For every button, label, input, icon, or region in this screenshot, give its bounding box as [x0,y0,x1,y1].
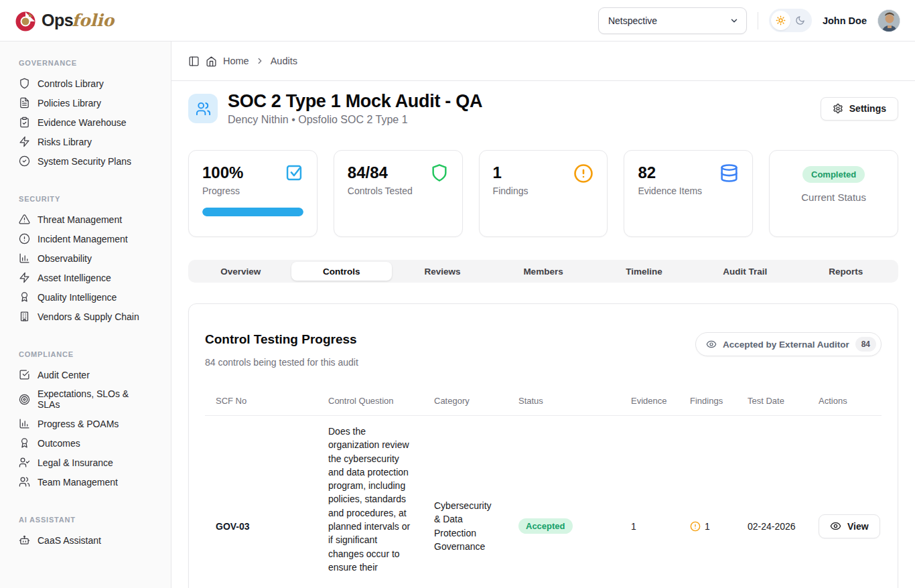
sidebar-item-incident-management[interactable]: Incident Management [11,230,160,248]
sidebar-item-label: Controls Library [38,78,104,89]
sidebar-item-label: Incident Management [38,234,128,244]
opsfolio-logo[interactable]: Opsfolio [15,10,114,31]
stat-card-findings: 1 Findings [479,150,608,237]
tab-reviews[interactable]: Reviews [392,262,493,281]
workspace-select[interactable]: Netspective [598,7,747,34]
sidebar-item-label: CaaS Assistant [38,535,101,546]
database-icon [719,163,739,183]
filter-label: Accepted by External Auditor [723,340,849,350]
sidebar-item-quality-intelligence[interactable]: Quality Intelligence [11,288,160,306]
sidebar-item-label: Vendors & Supply Chain [38,311,139,322]
check-square-icon [19,369,30,380]
sidebar-item-label: Progress & POAMs [38,419,119,429]
sidebar-item-label: Observability [38,253,92,264]
light-mode-button[interactable] [771,11,790,30]
sidebar-item-threat-management[interactable]: Threat Management [11,210,160,228]
sidebar-item-vendors-supply-chain[interactable]: Vendors & Supply Chain [11,307,160,325]
controls-table: SCF No Control Question Category Status … [205,386,882,588]
sidebar-item-policies-library[interactable]: Policies Library [11,94,160,112]
view-button[interactable]: View [819,514,880,538]
table-row: GOV-03 Does the organization review the … [205,416,882,588]
workspace-select-wrap: Netspective [598,7,747,34]
controls-tested-value: 84/84 [348,163,413,182]
evidence-value: 82 [638,163,702,182]
sidebar-item-label: Quality Intelligence [38,292,117,303]
breadcrumb-current[interactable]: Audits [271,56,297,66]
settings-button[interactable]: Settings [821,97,898,121]
users-icon [196,101,211,117]
sidebar-item-observability[interactable]: Observability [11,249,160,267]
cell-scf-no: GOV-03 [205,416,318,588]
users-icon [19,476,30,488]
cell-status: Accepted [508,416,620,588]
tab-timeline[interactable]: Timeline [593,262,695,281]
sidebar-item-label: Legal & Insurance [38,457,113,468]
brand-ops: Ops [42,11,73,29]
dark-mode-button[interactable] [790,11,810,30]
bar-chart-icon [19,418,30,429]
audit-tabs: Overview Controls Reviews Members Timeli… [188,260,898,283]
section-title-ai-assistant: AI ASSISTANT [11,516,160,524]
gear-icon [833,103,843,114]
sidebar-item-risks-library[interactable]: Risks Library [11,133,160,151]
user-name: John Doe [823,15,867,26]
circle-check-icon [19,155,30,167]
eye-icon [706,339,717,350]
sidebar-item-label: Evidence Warehouse [38,117,127,128]
tab-audit-trail[interactable]: Audit Trail [695,262,796,281]
tab-controls[interactable]: Controls [291,262,393,281]
sidebar-item-label: Outcomes [38,438,80,449]
control-testing-section: Control Testing Progress 84 controls bei… [188,303,898,588]
panel-left-icon[interactable] [188,56,200,67]
col-status: Status [508,386,620,416]
sidebar-item-label: Threat Management [38,214,122,225]
stat-card-controls-tested: 84/84 Controls Tested [334,150,463,237]
sidebar-section-security: SECURITY Threat Management Incident Mana… [11,195,160,325]
accepted-filter-pill[interactable]: Accepted by External Auditor 84 [695,332,882,356]
top-bar: Opsfolio Netspective [0,0,915,42]
table-header-row: SCF No Control Question Category Status … [205,386,882,416]
sidebar-item-caas-assistant[interactable]: CaaS Assistant [11,531,160,549]
sidebar-item-audit-center[interactable]: Audit Center [11,366,160,384]
accepted-badge: Accepted [518,518,573,534]
filter-count-badge: 84 [855,337,876,352]
breadcrumb: Home Audits [171,42,915,81]
view-button-label: View [847,521,869,532]
sun-icon [776,15,786,25]
progress-label: Progress [202,186,243,196]
home-icon[interactable] [206,56,217,67]
alert-circle-icon [573,163,593,183]
opsfolio-logo-icon [15,10,36,31]
sidebar-section-ai-assistant: AI ASSISTANT CaaS Assistant [11,516,160,549]
section-title-security: SECURITY [11,195,160,203]
sidebar-item-label: Audit Center [38,370,90,380]
tab-overview[interactable]: Overview [190,262,291,281]
bar-chart-icon [19,252,30,264]
theme-toggle[interactable] [769,9,812,32]
sidebar-item-progress-poams[interactable]: Progress & POAMs [11,415,160,433]
sidebar-item-controls-library[interactable]: Controls Library [11,74,160,92]
sidebar-item-label: Expectations, SLOs & SLAs [38,388,152,410]
brand-folio: folio [72,11,114,30]
sidebar-item-label: Risks Library [38,137,92,147]
cell-category: Cybersecurity & Data Protection Governan… [423,416,508,588]
sidebar-item-outcomes[interactable]: Outcomes [11,434,160,452]
tab-reports[interactable]: Reports [795,262,896,281]
col-evidence: Evidence [620,386,679,416]
user-avatar[interactable] [877,9,900,32]
cell-test-date: 02-24-2026 [737,416,808,588]
sidebar-item-expectations-slos-slas[interactable]: Expectations, SLOs & SLAs [11,385,160,413]
breadcrumb-home[interactable]: Home [223,56,249,66]
tab-members[interactable]: Members [493,262,594,281]
controls-tested-label: Controls Tested [348,186,413,196]
page-content: SOC 2 Type 1 Mock Audit - QA Dency Nithi… [171,81,915,588]
sidebar-item-system-security-plans[interactable]: System Security Plans [11,152,160,170]
sidebar-item-legal-insurance[interactable]: Legal & Insurance [11,453,160,471]
sidebar-item-evidence-warehouse[interactable]: Evidence Warehouse [11,113,160,131]
cell-evidence: 1 [620,416,679,588]
sidebar-item-asset-intelligence[interactable]: Asset Intelligence [11,269,160,287]
sidebar-item-team-management[interactable]: Team Management [11,473,160,491]
sidebar-item-label: System Security Plans [38,156,131,167]
moon-icon [795,15,805,25]
sidebar: GOVERNANCE Controls Library Policies Lib… [0,42,171,588]
